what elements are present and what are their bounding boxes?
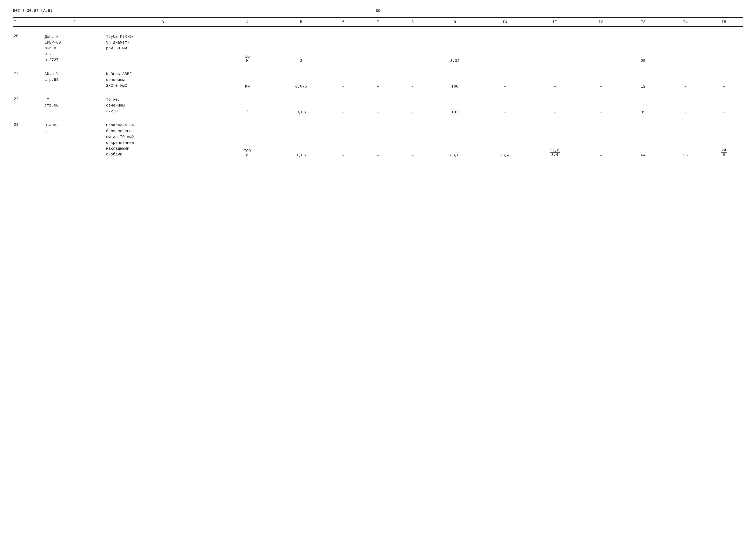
row20-col9: 8,32 (428, 33, 482, 64)
row23-col14: 25 (666, 122, 705, 158)
spacer (13, 64, 743, 70)
table-row: 23 8-400- –I Прокладка ка- беля сечени- … (13, 122, 743, 158)
col-header-4: 4 (221, 17, 274, 27)
row22-col9: I9I (428, 96, 482, 115)
row22-col12: – (582, 96, 620, 115)
row20-col10: – (482, 33, 528, 64)
row20-col12: – (582, 33, 620, 64)
row21-col4: КМ (221, 70, 274, 90)
table-row: 22 –"– стр.60 То же, сечением 3х2,0 " 0,… (13, 96, 743, 115)
row22-col8: – (397, 96, 428, 115)
row22-col10: – (482, 96, 528, 115)
row20-col2: Доп. к ЕРЕР-69 вып.8 ч.У п.2727 (44, 33, 105, 64)
row20-col6: – (328, 33, 359, 64)
row23-col7: – (359, 122, 397, 158)
row22-col1: 22 (13, 96, 44, 115)
row23-col1: 23 (13, 122, 44, 158)
row21-col10: – (482, 70, 528, 90)
row22-col3: То же, сечением 3х2,0 (105, 96, 221, 115)
spacer (13, 90, 743, 96)
col-header-13: I3 (620, 17, 666, 27)
row20-col15: – (705, 33, 743, 64)
row21-col6: – (328, 70, 359, 90)
row23-col3: Прокладка ка- беля сечени- ем до IO мм2 … (105, 122, 221, 158)
fraction-col11: 22,8 8,4 (550, 148, 560, 157)
row20-col1: 20 (13, 33, 44, 64)
table-row: 20 Доп. к ЕРЕР-69 вып.8 ч.У п.2727 Труба… (13, 33, 743, 64)
row21-col9: I66 (428, 70, 482, 90)
row21-col13: I2 (620, 70, 666, 90)
row23-col13: 64 (620, 122, 666, 158)
row21-col5: 0,075 (274, 70, 328, 90)
row22-col4: " (221, 96, 274, 115)
row20-col14: – (666, 33, 705, 64)
col-header-7: 7 (359, 17, 397, 27)
row22-col2: –"– стр.60 (44, 96, 105, 115)
row22-col15: – (705, 96, 743, 115)
row21-col1: 2I (13, 70, 44, 90)
row20-col13: 25 (620, 33, 666, 64)
row20-col5: 3 (274, 33, 328, 64)
spacer (13, 115, 743, 122)
row23-col15: 24 9 (705, 122, 743, 158)
row20-col11: – (528, 33, 582, 64)
fraction-col15: 24 9 (721, 148, 727, 157)
row23-col10: 23,4 (482, 122, 528, 158)
row21-col8: – (397, 70, 428, 90)
col-header-8: 8 (397, 17, 428, 27)
row23-col8: – (397, 122, 428, 158)
row22-col14: – (666, 96, 705, 115)
row21-col3: Кабель АВВГ сечением 2х2,0 мм2 (105, 70, 221, 90)
col-header-9: 9 (428, 17, 482, 27)
row21-col7: – (359, 70, 397, 90)
col-header-2: 2 (44, 17, 105, 27)
row21-col14: – (666, 70, 705, 90)
row20-col7: – (359, 33, 397, 64)
col-header-12: I2 (582, 17, 620, 27)
row22-col6: – (328, 96, 359, 115)
col-header-1: I (13, 17, 44, 27)
col-header-3: 3 (105, 17, 221, 27)
row22-col11: – (528, 96, 582, 115)
row23-col9: 60,8 (428, 122, 482, 158)
row20-col3: Труба ПВХ-В- ЭП диамет- ром 50 мм (105, 33, 221, 64)
row23-col12: – (582, 122, 620, 158)
spacer (13, 27, 743, 33)
row20-col8: – (397, 33, 428, 64)
row21-col2: Сб.ч.У стр.59 (44, 70, 105, 90)
table-row: 2I Сб.ч.У стр.59 Кабель АВВГ сечением 2х… (13, 70, 743, 90)
column-headers: I 2 3 4 5 6 7 8 9 IO II I2 I3 I4 I5 (13, 17, 743, 27)
row22-col13: 6 (620, 96, 666, 115)
header-center: 80 (376, 9, 380, 13)
col-header-14: I4 (666, 17, 705, 27)
row23-col4: IOO М (221, 122, 274, 158)
col-header-6: 6 (328, 17, 359, 27)
header-left: 50I–3–30.87 (А.5) (13, 9, 53, 13)
row22-col5: 0,03 (274, 96, 328, 115)
col-header-5: 5 (274, 17, 328, 27)
col-header-10: IO (482, 17, 528, 27)
row23-col6: – (328, 122, 359, 158)
row21-col11: – (528, 70, 582, 90)
row20-col4: IO М (221, 33, 274, 64)
col-header-11: II (528, 17, 582, 27)
row23-col2: 8-400- –I (44, 122, 105, 158)
row22-col7: – (359, 96, 397, 115)
row21-col15: – (705, 70, 743, 90)
row21-col12: – (582, 70, 620, 90)
row23-col11: 22,8 8,4 (528, 122, 582, 158)
row23-col5: I,05 (274, 122, 328, 158)
page-header: 50I–3–30.87 (А.5) 80 (13, 9, 743, 13)
col-header-15: I5 (705, 17, 743, 27)
main-table: I 2 3 4 5 6 7 8 9 IO II I2 I3 I4 I5 20 (13, 17, 743, 158)
